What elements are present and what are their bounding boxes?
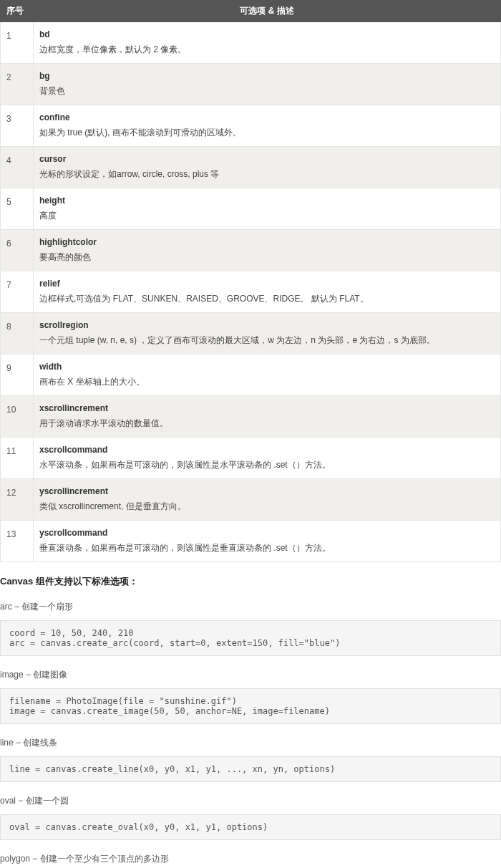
option-desc: 垂直滚动条，如果画布是可滚动的，则该属性是垂直滚动条的 .set（）方法。 [39,542,495,554]
table-row: 3confine如果为 true (默认), 画布不能滚动到可滑动的区域外。 [1,105,501,147]
table-row: 13yscrollcommand垂直滚动条，如果画布是可滚动的，则该属性是垂直滚… [1,521,501,562]
row-content: bg背景色 [34,64,501,105]
row-index: 12 [1,479,34,521]
table-row: 8scrollregion一个元组 tuple (w, n, e, s) ，定义… [1,313,501,355]
table-row: 2bg背景色 [1,64,501,105]
item-label: arc − 创建一个扇形 [0,601,501,613]
row-index: 9 [1,355,34,396]
row-content: xscrollincrement用于滚动请求水平滚动的数量值。 [34,396,501,438]
item-label: image − 创建图像 [0,669,501,681]
option-name: cursor [39,154,495,164]
standard-options-heading: Canvas 组件支持以下标准选项： [0,575,501,588]
row-index: 7 [1,271,34,313]
table-row: 11xscrollcommand水平滚动条，如果画布是可滚动的，则该属性是水平滚… [1,438,501,479]
row-content: relief边框样式,可选值为 FLAT、SUNKEN、RAISED、GROOV… [34,271,501,313]
row-content: scrollregion一个元组 tuple (w, n, e, s) ，定义了… [34,313,501,355]
row-index: 11 [1,438,34,479]
row-content: cursor光标的形状设定，如arrow, circle, cross, plu… [34,147,501,188]
row-index: 3 [1,105,34,147]
table-row: 12yscrollincrement类似 xscrollincrement, 但… [1,479,501,521]
option-desc: 类似 xscrollincrement, 但是垂直方向。 [39,501,495,513]
row-index: 4 [1,147,34,188]
option-name: height [39,196,495,206]
option-desc: 一个元组 tuple (w, n, e, s) ，定义了画布可滚动的最大区域，w… [39,334,495,347]
row-content: yscrollcommand垂直滚动条，如果画布是可滚动的，则该属性是垂直滚动条… [34,521,501,562]
row-index: 6 [1,230,34,271]
table-row: 5height高度 [1,188,501,230]
header-desc: 可选项 & 描述 [34,1,501,22]
item-label: oval − 创建一个圆 [0,795,501,807]
row-content: bd边框宽度，单位像素，默认为 2 像素。 [34,22,501,64]
table-row: 10xscrollincrement用于滚动请求水平滚动的数量值。 [1,396,501,438]
row-index: 2 [1,64,34,105]
table-row: 1bd边框宽度，单位像素，默认为 2 像素。 [1,22,501,64]
item-label: polygon − 创建一个至少有三个顶点的多边形 [0,853,501,865]
row-index: 5 [1,188,34,230]
option-desc: 画布在 X 坐标轴上的大小。 [39,376,495,388]
options-table: 序号 可选项 & 描述 1bd边框宽度，单位像素，默认为 2 像素。2bg背景色… [0,0,501,562]
option-name: highlightcolor [39,237,495,247]
row-index: 1 [1,22,34,64]
row-content: height高度 [34,188,501,230]
option-name: relief [39,279,495,289]
option-desc: 边框宽度，单位像素，默认为 2 像素。 [39,44,495,56]
row-content: confine如果为 true (默认), 画布不能滚动到可滑动的区域外。 [34,105,501,147]
row-content: yscrollincrement类似 xscrollincrement, 但是垂… [34,479,501,521]
option-desc: 高度 [39,210,495,222]
option-name: yscrollcommand [39,528,495,538]
row-index: 10 [1,396,34,438]
code-block: filename = PhotoImage(file = "sunshine.g… [0,688,501,724]
code-block: line = canvas.create_line(x0, y0, x1, y1… [0,756,501,782]
row-content: width画布在 X 坐标轴上的大小。 [34,355,501,396]
option-name: scrollregion [39,320,495,330]
option-name: bd [39,29,495,39]
option-desc: 边框样式,可选值为 FLAT、SUNKEN、RAISED、GROOVE、RIDG… [39,293,495,305]
option-name: yscrollincrement [39,486,495,496]
table-row: 4cursor光标的形状设定，如arrow, circle, cross, pl… [1,147,501,188]
option-desc: 水平滚动条，如果画布是可滚动的，则该属性是水平滚动条的 .set（）方法。 [39,459,495,471]
option-name: confine [39,112,495,122]
option-desc: 光标的形状设定，如arrow, circle, cross, plus 等 [39,168,495,180]
option-desc: 要高亮的颜色 [39,251,495,264]
option-desc: 用于滚动请求水平滚动的数量值。 [39,418,495,430]
option-name: xscrollincrement [39,403,495,413]
row-content: highlightcolor要高亮的颜色 [34,230,501,271]
option-desc: 背景色 [39,85,495,97]
option-name: width [39,362,495,372]
code-block: coord = 10, 50, 240, 210 arc = canvas.cr… [0,620,501,656]
row-index: 8 [1,313,34,355]
table-row: 9width画布在 X 坐标轴上的大小。 [1,355,501,396]
header-index: 序号 [1,1,34,22]
option-name: bg [39,71,495,81]
row-index: 13 [1,521,34,562]
table-row: 7relief边框样式,可选值为 FLAT、SUNKEN、RAISED、GROO… [1,271,501,313]
row-content: xscrollcommand水平滚动条，如果画布是可滚动的，则该属性是水平滚动条… [34,438,501,479]
item-label: line − 创建线条 [0,737,501,749]
code-block: oval = canvas.create_oval(x0, y0, x1, y1… [0,814,501,840]
option-name: xscrollcommand [39,445,495,455]
option-desc: 如果为 true (默认), 画布不能滚动到可滑动的区域外。 [39,127,495,139]
table-row: 6highlightcolor要高亮的颜色 [1,230,501,271]
